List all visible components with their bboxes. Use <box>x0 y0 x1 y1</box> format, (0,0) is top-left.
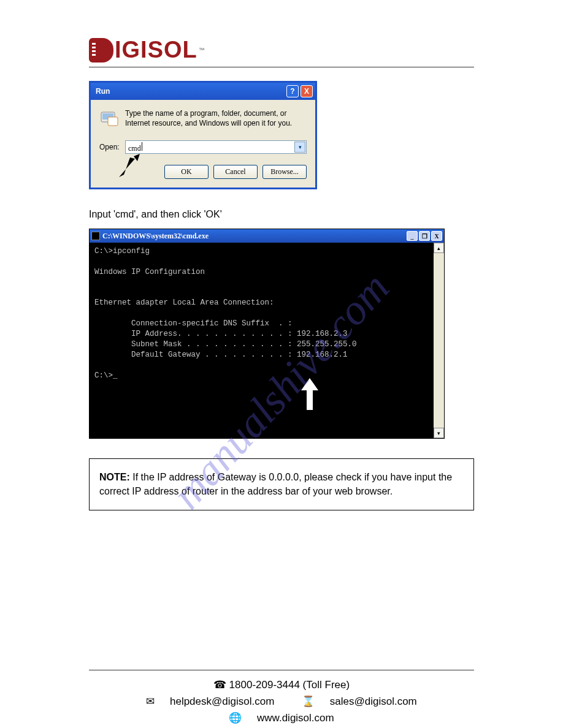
pointer-arrow-cmd <box>301 378 318 410</box>
footer-web: www.digisol.com <box>257 712 334 724</box>
cmd-window: C:\WINDOWS\system32\cmd.exe _ ❐ X C:\>ip… <box>89 229 445 439</box>
open-label: Open: <box>99 143 125 151</box>
note-text: If the IP address of Gateway is 0.0.0.0,… <box>99 472 452 496</box>
cancel-button[interactable]: Cancel <box>213 165 258 179</box>
ok-button[interactable]: OK <box>164 165 209 179</box>
scrollbar[interactable]: ▴ ▾ <box>434 243 444 438</box>
maximize-button[interactable]: ❐ <box>419 231 430 241</box>
run-description: Type the name of a program, folder, docu… <box>125 108 307 129</box>
run-program-icon <box>99 108 120 129</box>
instruction-text: Input 'cmd', and then click 'OK' <box>89 209 474 220</box>
header-divider <box>89 67 474 67</box>
globe-icon: 🌐 <box>229 712 242 724</box>
footer-sales: sales@digisol.com <box>330 696 417 707</box>
cmd-app-icon <box>91 232 100 240</box>
email-icon: ✉ <box>146 696 155 707</box>
run-titlebar: Run ? X <box>91 83 315 100</box>
footer-divider <box>89 670 474 670</box>
scroll-down-icon[interactable]: ▾ <box>434 428 444 438</box>
run-title-text: Run <box>96 87 110 96</box>
svg-rect-3 <box>108 117 118 126</box>
logo-mark-icon <box>89 38 113 63</box>
cmd-output: C:\>ipconfig Windows IP Configuration Et… <box>90 243 434 438</box>
svg-marker-5 <box>134 154 140 161</box>
minimize-button[interactable]: _ <box>407 231 418 241</box>
run-dialog: Run ? X Type the name of a program, fold… <box>89 81 317 189</box>
brand-logo: IGISOL™ <box>89 37 474 63</box>
cmd-titlebar: C:\WINDOWS\system32\cmd.exe _ ❐ X <box>90 229 444 243</box>
note-label: NOTE: <box>99 472 130 482</box>
scroll-up-icon[interactable]: ▴ <box>434 243 444 253</box>
cmd-close-button[interactable]: X <box>431 231 442 241</box>
dropdown-arrow-icon[interactable]: ▾ <box>294 142 305 153</box>
phone-icon: ☎ <box>213 679 226 691</box>
cmd-title-text: C:\WINDOWS\system32\cmd.exe <box>102 232 209 241</box>
footer-phone: 1800-209-3444 (Toll Free) <box>229 679 350 691</box>
note-box: NOTE: If the IP address of Gateway is 0.… <box>89 458 474 510</box>
svg-marker-4 <box>119 157 135 177</box>
close-button[interactable]: X <box>301 85 313 97</box>
help-button[interactable]: ? <box>286 85 299 97</box>
svg-marker-6 <box>301 378 318 410</box>
open-input[interactable]: cmd ▾ <box>125 140 307 154</box>
page-footer: ☎ 1800-209-3444 (Toll Free) ✉ helpdesk@d… <box>89 677 474 727</box>
hourglass-icon: ⌛ <box>302 696 315 707</box>
browse-button[interactable]: Browse... <box>262 165 307 179</box>
footer-helpdesk: helpdesk@digisol.com <box>170 696 274 707</box>
